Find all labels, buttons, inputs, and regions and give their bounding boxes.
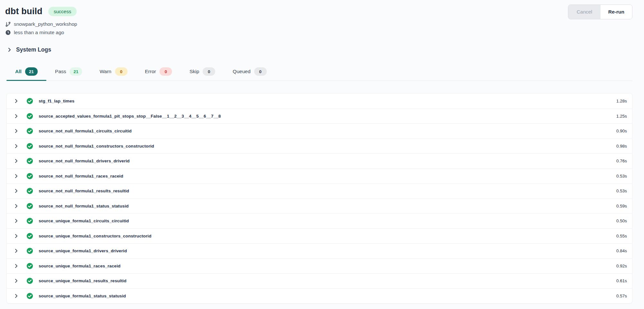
results-tab[interactable]: Warn 0 — [91, 64, 136, 81]
node-duration: 0.61s — [616, 278, 627, 283]
result-row[interactable]: source_unique_formula1_constructors_cons… — [7, 228, 632, 244]
tab-label: All — [15, 69, 22, 74]
tab-label: Skip — [189, 69, 199, 74]
result-row[interactable]: source_unique_formula1_drivers_driverid … — [7, 243, 632, 258]
branch-info: snowpark_python_workshop — [5, 21, 632, 28]
success-check-icon — [26, 128, 33, 134]
system-logs-toggle[interactable]: System Logs — [7, 46, 51, 53]
node-duration: 0.53s — [616, 174, 627, 179]
tab-label: Pass — [55, 69, 66, 74]
node-name: source_not_null_formula1_results_resulti… — [39, 188, 612, 193]
result-row[interactable]: source_unique_formula1_circuits_circuiti… — [7, 213, 632, 228]
tab-count-badge: 21 — [70, 67, 82, 76]
expand-chevron-icon[interactable] — [14, 129, 19, 133]
expand-chevron-icon[interactable] — [14, 159, 19, 163]
expand-chevron-icon[interactable] — [14, 204, 19, 208]
tab-label: Error — [145, 69, 156, 74]
node-name: source_unique_formula1_circuits_circuiti… — [39, 218, 612, 223]
node-name: source_unique_formula1_status_statusid — [39, 294, 612, 298]
git-branch-icon — [5, 21, 11, 27]
tab-count-badge: 21 — [25, 67, 38, 76]
result-row[interactable]: source_not_null_formula1_results_resulti… — [7, 183, 632, 198]
results-tab-bar: All 21 Pass 21 Warn 0 Error 0 Skip 0 — [6, 64, 632, 81]
result-row[interactable]: source_not_null_formula1_races_raceid 0.… — [7, 169, 632, 184]
node-name: source_not_null_formula1_constructors_co… — [39, 144, 612, 149]
node-duration: 0.55s — [616, 234, 627, 238]
result-row[interactable]: source_not_null_formula1_circuits_circui… — [7, 123, 632, 139]
result-row[interactable]: source_not_null_formula1_status_statusid… — [7, 198, 632, 214]
result-row[interactable]: source_unique_formula1_results_resultid … — [7, 273, 632, 288]
expand-chevron-icon[interactable] — [14, 188, 19, 193]
node-name: source_unique_formula1_drivers_driverid — [39, 248, 612, 253]
status-badge: success — [48, 7, 77, 16]
time-ago: less than a minute ago — [14, 29, 64, 36]
run-actions: Cancel Re-run — [568, 5, 632, 19]
time-info: less than a minute ago — [5, 29, 632, 36]
expand-chevron-icon[interactable] — [14, 234, 19, 238]
cancel-button[interactable]: Cancel — [568, 5, 601, 19]
tab-label: Queued — [233, 69, 250, 74]
success-check-icon — [26, 263, 33, 269]
expand-chevron-icon[interactable] — [14, 144, 19, 149]
chevron-right-icon — [7, 47, 12, 52]
node-name: source_accepted_values_formula1_pit_stop… — [39, 114, 612, 119]
node-duration: 0.92s — [616, 264, 627, 268]
node-name: source_not_null_formula1_circuits_circui… — [39, 129, 612, 133]
success-check-icon — [26, 293, 33, 299]
expand-chevron-icon[interactable] — [14, 278, 19, 283]
result-row[interactable]: source_not_null_formula1_drivers_driveri… — [7, 153, 632, 169]
expand-chevron-icon[interactable] — [14, 264, 19, 268]
branch-name: snowpark_python_workshop — [14, 21, 77, 28]
tab-count-badge: 0 — [254, 67, 267, 76]
node-duration: 1.25s — [616, 114, 627, 119]
expand-chevron-icon[interactable] — [14, 218, 19, 223]
node-duration: 0.50s — [616, 218, 627, 223]
expand-chevron-icon[interactable] — [14, 248, 19, 253]
tab-count-badge: 0 — [203, 67, 215, 76]
node-name: source_unique_formula1_constructors_cons… — [39, 234, 612, 238]
node-duration: 0.57s — [616, 294, 627, 298]
tab-count-badge: 0 — [159, 67, 172, 76]
node-duration: 1.28s — [616, 99, 627, 103]
node-duration: 0.53s — [616, 188, 627, 193]
results-tab[interactable]: Pass 21 — [46, 64, 91, 81]
success-check-icon — [26, 203, 33, 209]
expand-chevron-icon[interactable] — [14, 99, 19, 103]
result-row[interactable]: source_unique_formula1_status_statusid 0… — [7, 288, 632, 304]
run-header: dbt build success Cancel Re-run snowpark… — [0, 0, 644, 36]
system-logs-label: System Logs — [16, 46, 51, 53]
success-check-icon — [26, 247, 33, 254]
result-row[interactable]: source_unique_formula1_races_raceid 0.92… — [7, 258, 632, 274]
result-row[interactable]: source_accepted_values_formula1_pit_stop… — [7, 109, 632, 124]
result-row[interactable]: source_not_null_formula1_constructors_co… — [7, 139, 632, 154]
tab-label: Warn — [100, 69, 111, 74]
page-title: dbt build — [5, 6, 43, 16]
success-check-icon — [26, 113, 33, 120]
node-duration: 0.90s — [616, 129, 627, 133]
results-tab[interactable]: Skip 0 — [181, 64, 224, 81]
success-check-icon — [26, 143, 33, 150]
success-check-icon — [26, 173, 33, 179]
expand-chevron-icon[interactable] — [14, 114, 19, 119]
success-check-icon — [26, 217, 33, 224]
results-tab[interactable]: All 21 — [6, 64, 46, 81]
node-name: source_not_null_formula1_drivers_driveri… — [39, 159, 612, 163]
rerun-button[interactable]: Re-run — [601, 5, 632, 19]
tab-count-badge: 0 — [115, 67, 128, 76]
success-check-icon — [26, 98, 33, 104]
success-check-icon — [26, 233, 33, 239]
results-tab[interactable]: Error 0 — [136, 64, 181, 81]
success-check-icon — [26, 158, 33, 164]
clock-icon — [5, 30, 11, 35]
node-duration: 0.98s — [616, 144, 627, 149]
results-tab[interactable]: Queued 0 — [224, 64, 275, 81]
expand-chevron-icon[interactable] — [14, 174, 19, 179]
node-duration: 0.84s — [616, 248, 627, 253]
results-list: stg_f1_lap_times 1.28s source_accepted_v… — [6, 93, 632, 304]
node-duration: 0.76s — [616, 159, 627, 163]
success-check-icon — [26, 277, 33, 284]
expand-chevron-icon[interactable] — [14, 294, 19, 298]
node-duration: 0.59s — [616, 204, 627, 208]
result-row[interactable]: stg_f1_lap_times 1.28s — [7, 93, 632, 109]
success-check-icon — [26, 188, 33, 194]
